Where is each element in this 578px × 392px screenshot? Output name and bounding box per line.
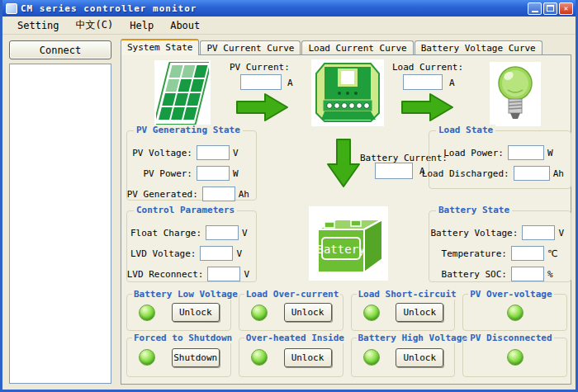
load-bulb-image bbox=[490, 62, 541, 126]
battery-current-input[interactable] bbox=[375, 163, 413, 179]
temperature-label: Temperature: bbox=[442, 248, 507, 259]
load-current-label: Load Current: bbox=[392, 62, 463, 73]
group-pv-generating-title: PV Generating State bbox=[134, 125, 243, 135]
tab-load-current-curve[interactable]: Load Current Curve bbox=[301, 40, 413, 54]
temperature-unit: ℃ bbox=[547, 248, 564, 259]
group-battery-state-title: Battery State bbox=[436, 205, 512, 215]
pv-power-unit: W bbox=[233, 168, 249, 179]
title-bar: CM series controller monitor ✕ bbox=[2, 0, 576, 17]
app-window: CM series controller monitor ✕ Setting 中… bbox=[0, 0, 578, 392]
maximize-icon bbox=[547, 5, 554, 12]
group-battery-state: Battery State Battery Voltage: V Tempera… bbox=[429, 210, 571, 282]
menu-bar: Setting 中文(C) Help About bbox=[2, 17, 576, 35]
minimize-button[interactable] bbox=[528, 2, 542, 15]
bulb-icon bbox=[496, 65, 534, 123]
device-list-box[interactable] bbox=[9, 64, 111, 384]
window-title: CM series controller monitor bbox=[21, 3, 528, 14]
lvd-reconnect-input[interactable] bbox=[207, 267, 240, 281]
float-charge-input[interactable] bbox=[206, 225, 239, 240]
load-discharged-input[interactable] bbox=[514, 166, 550, 181]
pv-flow-arrow-icon bbox=[235, 92, 290, 123]
battery-low-voltage-unlock-button[interactable]: Unlock bbox=[172, 303, 220, 322]
battery-flow-arrow-icon bbox=[326, 138, 361, 189]
pv-current-input[interactable] bbox=[240, 74, 282, 90]
battery-soc-input[interactable] bbox=[511, 267, 544, 281]
load-short-circuit-led-icon bbox=[363, 305, 380, 321]
lvd-voltage-input[interactable] bbox=[200, 246, 233, 261]
pv-voltage-unit: V bbox=[233, 148, 249, 158]
group-load-state-title: Load State bbox=[436, 125, 495, 135]
solar-panel-icon bbox=[156, 62, 209, 125]
group-load-state: Load State Load Power: W Load Discharged… bbox=[429, 130, 571, 189]
pv-over-voltage-led-icon bbox=[507, 305, 524, 321]
load-current-input[interactable] bbox=[403, 74, 443, 90]
battery-high-voltage-led-icon bbox=[363, 349, 380, 366]
float-charge-label: Float Charge: bbox=[130, 228, 201, 239]
tab-pv-current-curve[interactable]: PV Current Curve bbox=[200, 40, 301, 54]
pv-generated-input[interactable] bbox=[202, 187, 235, 201]
menu-language[interactable]: 中文(C) bbox=[68, 17, 122, 34]
battery-image: Battery bbox=[309, 206, 388, 281]
menu-help[interactable]: Help bbox=[121, 18, 162, 33]
alarm-load-short-circuit-title: Load Short-circuit bbox=[357, 289, 458, 300]
battery-low-voltage-led-icon bbox=[139, 305, 155, 321]
alarm-battery-low-voltage-title: Battery Low Voltage bbox=[132, 289, 239, 300]
tab-battery-voltage-curve[interactable]: Battery Voltage Curve bbox=[415, 40, 542, 54]
alarm-battery-low-voltage: Battery Low Voltage Unlock bbox=[126, 294, 231, 331]
load-flow-arrow-icon bbox=[400, 92, 455, 123]
maximize-button[interactable] bbox=[543, 2, 557, 15]
battery-voltage-unit: V bbox=[558, 228, 564, 239]
pv-generated-label: PV Generated: bbox=[127, 189, 198, 200]
load-power-input[interactable] bbox=[508, 145, 544, 160]
over-heated-inside-unlock-button[interactable]: Unlock bbox=[284, 348, 332, 367]
battery-soc-unit: % bbox=[547, 269, 564, 280]
system-state-page: PV Current: A bbox=[121, 54, 571, 385]
temperature-input[interactable] bbox=[511, 246, 544, 261]
group-control-parameters: Control Parameters Float Charge: V LVD V… bbox=[126, 210, 257, 282]
alarm-load-short-circuit: Load Short-circuit Unlock bbox=[351, 294, 456, 331]
alarm-pv-over-voltage: PV Over-voltage bbox=[462, 294, 567, 331]
controller-icon bbox=[315, 62, 381, 125]
tab-control: System State PV Current Curve Load Curre… bbox=[121, 38, 571, 385]
tab-system-state[interactable]: System State bbox=[121, 39, 199, 55]
load-discharged-label: Load Discharged: bbox=[422, 168, 509, 179]
alarm-battery-high-voltage-title: Battery High Voltage bbox=[357, 333, 469, 343]
forced-to-shutdown-button[interactable]: Shutdown bbox=[172, 348, 220, 367]
tab-strip: System State PV Current Curve Load Curre… bbox=[121, 38, 571, 54]
menu-setting[interactable]: Setting bbox=[9, 18, 68, 33]
close-icon: ✕ bbox=[564, 5, 568, 12]
pv-power-input[interactable] bbox=[197, 166, 230, 181]
over-heated-inside-led-icon bbox=[251, 349, 268, 366]
minimize-icon bbox=[532, 11, 538, 12]
connect-button[interactable]: Connect bbox=[9, 40, 111, 59]
solar-panel-image bbox=[154, 60, 211, 126]
pv-current-unit: A bbox=[287, 78, 293, 88]
load-over-current-unlock-button[interactable]: Unlock bbox=[284, 303, 332, 322]
lvd-reconnect-label: LVD Reconnect: bbox=[127, 269, 204, 280]
alarm-battery-high-voltage: Battery High Voltage Unlock bbox=[351, 338, 456, 377]
forced-to-shutdown-led-icon bbox=[139, 349, 155, 366]
load-power-unit: W bbox=[547, 148, 564, 158]
pv-current-label: PV Current: bbox=[230, 62, 290, 73]
menu-about[interactable]: About bbox=[162, 18, 208, 33]
alarm-over-heated-inside: Over-heated Inside Unlock bbox=[239, 338, 343, 377]
group-control-parameters-title: Control Parameters bbox=[134, 205, 237, 215]
lvd-voltage-unit: V bbox=[236, 248, 249, 259]
main-content: Connect System State PV Current Curve Lo… bbox=[2, 35, 576, 390]
load-discharged-unit: Ah bbox=[553, 168, 564, 179]
alarm-over-heated-inside-title: Over-heated Inside bbox=[244, 333, 346, 343]
load-short-circuit-unlock-button[interactable]: Unlock bbox=[396, 303, 443, 322]
pv-voltage-input[interactable] bbox=[197, 145, 230, 160]
alarm-pv-over-voltage-title: PV Over-voltage bbox=[468, 289, 553, 300]
close-button[interactable]: ✕ bbox=[559, 2, 573, 15]
lvd-reconnect-unit: V bbox=[244, 269, 249, 280]
alarm-row-1: Battery Low Voltage Unlock Load Over-cur… bbox=[126, 294, 567, 331]
lvd-voltage-label: LVD Voltage: bbox=[130, 248, 196, 259]
battery-voltage-label: Battery Voltage: bbox=[430, 228, 518, 239]
battery-high-voltage-unlock-button[interactable]: Unlock bbox=[396, 348, 443, 367]
pv-voltage-label: PV Voltage: bbox=[132, 148, 192, 158]
controller-image bbox=[311, 59, 384, 126]
load-power-label: Load Power: bbox=[443, 148, 504, 158]
battery-voltage-input[interactable] bbox=[522, 225, 555, 240]
pv-generated-unit: Ah bbox=[239, 189, 249, 200]
